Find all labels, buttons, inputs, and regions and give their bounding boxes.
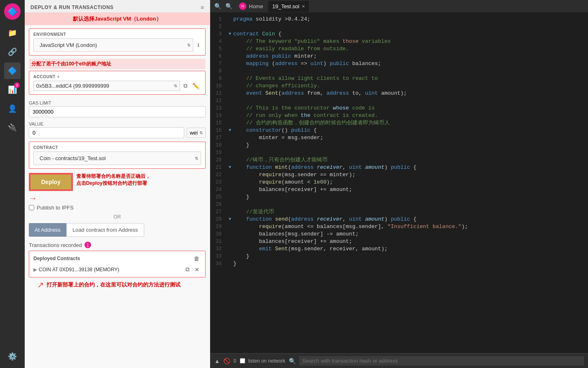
coin-expand-icon[interactable]: ▶ <box>33 267 37 273</box>
transactions-section: Transactions recorded 1 Deployed Contrac… <box>29 242 206 290</box>
at-address-row: At Address Load contract from Address <box>29 223 206 237</box>
tab-close-icon[interactable]: ✕ <box>302 4 305 9</box>
sidebar-icon-git[interactable]: 🔗 <box>4 44 21 60</box>
code-line-10: 10 // changes efficiently. <box>210 82 588 90</box>
contract-label: CONTRACT <box>33 145 201 150</box>
code-line-7: 7 mapping (address => uint) public balan… <box>210 60 588 68</box>
left-panel: DEPLOY & RUN TRANSACTIONS ≡ 默认选择JavaScri… <box>25 0 210 368</box>
tab-19-test[interactable]: 19_Test.sol ✕ <box>268 1 309 12</box>
tab-19-label: 19_Test.sol <box>272 3 300 9</box>
bottom-ban-icon[interactable]: 🚫 <box>223 358 230 364</box>
account-label: ACCOUNT + <box>33 75 201 79</box>
panel-menu-icon[interactable]: ≡ <box>201 4 204 11</box>
delete-deployed-button[interactable]: 🗑 <box>192 254 201 263</box>
environment-value: JavaScript VM (London) <box>36 40 187 51</box>
app-logo[interactable]: 🔷 <box>4 3 21 20</box>
transactions-header: Transactions recorded 1 <box>29 242 206 248</box>
account-section: ACCOUNT + 0x5B3...eddC4 (99.999999999 ⇅ … <box>29 71 206 95</box>
bottom-bar: ▲ 🚫 0 listen on network 🔍 <box>210 353 588 368</box>
value-label: VALUE <box>29 121 206 127</box>
coin-delete-button[interactable]: ✕ <box>193 265 201 274</box>
account-value: 0x5B3...eddC4 (99.999999999 <box>36 83 174 89</box>
code-line-26: 26 <box>210 201 588 208</box>
publish-label: Publish to IPFS <box>37 205 74 211</box>
sidebar-icon-user[interactable]: 👤 <box>4 100 21 117</box>
editor-tabs: 🔍 🔍 H Home 19_Test.sol ✕ <box>210 0 588 12</box>
bottom-search-icon[interactable]: 🔍 <box>289 358 296 364</box>
code-line-17: 17 minter = msg.sender; <box>210 134 588 142</box>
opened-annotation-row: ↗ 打开新部署上的合约，在这里可以对合约的方法进行测试 <box>29 280 206 290</box>
code-line-12: 12 <box>210 97 588 105</box>
environment-arrows[interactable]: ⇅ <box>187 43 190 47</box>
opened-annotation: 打开新部署上的合约，在这里可以对合约的方法进行测试 <box>47 281 180 289</box>
code-line-14: 14 // run only when the contract is crea… <box>210 112 588 119</box>
sidebar-icon-deploy[interactable]: 🔷 <box>4 63 21 79</box>
code-line-22: 22 require(msg.sender == minter); <box>210 171 588 179</box>
listen-label[interactable]: listen on network <box>248 358 286 364</box>
coin-actions: ⧉ ✕ <box>184 265 201 274</box>
account-edit-button[interactable]: ✏️ <box>191 82 201 90</box>
account-annotation: 分配了若干个由100个eth的账户地址 <box>29 59 206 69</box>
code-line-27: 27 //发送代币 <box>210 208 588 216</box>
coin-copy-button[interactable]: ⧉ <box>184 265 191 274</box>
sidebar-icon-settings[interactable]: ⚙️ <box>4 348 21 365</box>
bottom-counter: 0 <box>234 358 237 364</box>
account-arrows[interactable]: ⇅ <box>174 84 177 88</box>
or-divider: OR <box>25 214 210 220</box>
tab-home[interactable]: H Home <box>235 0 267 12</box>
code-line-6: 6 address public minter; <box>210 53 588 60</box>
deploy-section: Deploy 查看待部署合约名称是否正确后， 点击Deploy按钮对合约进行部署 <box>29 173 206 191</box>
code-line-2: 2 <box>210 23 588 30</box>
environment-info-icon[interactable]: ℹ <box>196 41 201 49</box>
tab-home-label: Home <box>249 3 263 9</box>
unit-select[interactable]: wei ⇅ <box>187 128 206 138</box>
code-line-18: 18 } <box>210 142 588 149</box>
code-line-33: 33 } <box>210 253 588 260</box>
code-line-4: 4 // The keyword "public" makes those va… <box>210 38 588 45</box>
environment-select-wrapper[interactable]: JavaScript VM (London) ⇅ <box>33 38 193 52</box>
zoom-out-icon[interactable]: 🔍 <box>224 1 234 11</box>
coin-row: ▶ COIN AT 0XD91...39138 (MEMORY) ⧉ ✕ <box>33 265 201 274</box>
at-address-button[interactable]: At Address <box>29 223 66 237</box>
unit-arrows[interactable]: ⇅ <box>199 130 203 135</box>
contract-select-wrapper[interactable]: Coin - contracts/19_Test.sol ⇅ <box>33 151 201 165</box>
deployed-header: Deployed Contracts 🗑 <box>33 254 201 263</box>
deploy-arrow: → <box>29 193 37 203</box>
contract-value: Coin - contracts/19_Test.sol <box>36 153 195 164</box>
account-plus-icon[interactable]: + <box>57 75 60 79</box>
coin-address: COIN AT 0XD91...39138 (MEMORY) <box>39 267 119 273</box>
bottom-up-icon[interactable]: ▲ <box>214 358 220 364</box>
code-line-29: 29 require(amount <= balances[msg.sender… <box>210 223 588 231</box>
code-line-21: 21 ▼ function mint(address receiver, uin… <box>210 164 588 171</box>
sidebar-icon-debug[interactable]: 📊 3 <box>4 82 21 98</box>
code-line-11: 11 event Sent(address from, address to, … <box>210 90 588 97</box>
sidebar-icon-file[interactable]: 📁 <box>4 25 21 41</box>
bottom-checkbox[interactable] <box>240 358 245 363</box>
panel-header: DEPLOY & RUN TRANSACTIONS ≡ <box>25 0 210 13</box>
debug-badge: 3 <box>14 82 20 88</box>
deploy-button[interactable]: Deploy <box>30 174 72 190</box>
publish-checkbox[interactable] <box>29 205 34 210</box>
code-line-34: 34 } <box>210 260 588 268</box>
account-row: 0x5B3...eddC4 (99.999999999 ⇅ ⧉ ✏️ <box>33 81 201 91</box>
contract-section: CONTRACT Coin - contracts/19_Test.sol ⇅ <box>29 142 206 169</box>
value-input[interactable] <box>29 127 184 138</box>
code-editor[interactable]: 1 pragma solidity >0.4.24; 2 3 ▼ contrac… <box>210 12 588 353</box>
zoom-in-icon[interactable]: 🔍 <box>213 1 223 11</box>
code-line-25: 25 } <box>210 193 588 201</box>
search-input[interactable] <box>299 356 584 366</box>
transactions-badge: 1 <box>84 242 91 248</box>
gas-limit-input[interactable] <box>29 106 206 117</box>
code-line-1: 1 pragma solidity >0.4.24; <box>210 16 588 23</box>
account-select[interactable]: 0x5B3...eddC4 (99.999999999 ⇅ <box>33 81 180 91</box>
environment-section: ENVIRONMENT JavaScript VM (London) ⇅ ℹ <box>29 28 206 56</box>
sidebar-icon-plugin[interactable]: 🔌 <box>4 119 21 136</box>
load-contract-button[interactable]: Load contract from Address <box>66 223 144 237</box>
deployed-title: Deployed Contracts <box>33 256 80 261</box>
right-panel: 🔍 🔍 H Home 19_Test.sol ✕ 1 pragma solidi… <box>210 0 588 368</box>
account-copy-button[interactable]: ⧉ <box>182 82 189 90</box>
deploy-arrow-row: → <box>29 193 206 203</box>
code-line-16: 16 ▼ constructor() public { <box>210 127 588 134</box>
contract-arrows[interactable]: ⇅ <box>195 156 198 161</box>
code-line-19: 19 <box>210 149 588 156</box>
